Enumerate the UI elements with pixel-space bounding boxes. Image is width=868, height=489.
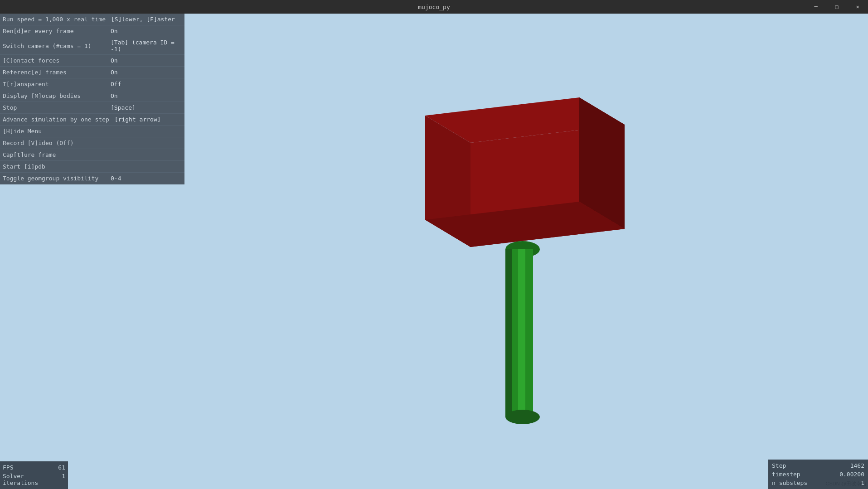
menu-label-12: Start [i]pdb — [0, 161, 108, 172]
timestep-value: 0.00200 — [839, 471, 864, 478]
menu-value-10 — [108, 141, 184, 145]
menu-row-2[interactable]: Switch camera (#cams = 1)[Tab] (camera I… — [0, 37, 184, 55]
menu-value-3: On — [108, 55, 184, 66]
menu-row-0[interactable]: Run speed = 1,000 x real time[S]lower, [… — [0, 14, 184, 25]
minimize-button[interactable]: ─ — [805, 0, 826, 14]
fps-row: FPS 61 — [0, 463, 68, 472]
menu-value-11 — [108, 153, 184, 157]
substeps-row: n_substeps 1 — [768, 479, 868, 487]
close-button[interactable]: ✕ — [847, 0, 868, 14]
menu-panel: Run speed = 1,000 x real time[S]lower, [… — [0, 14, 184, 184]
fps-value: 61 — [58, 464, 65, 471]
menu-value-7: [Space] — [108, 102, 184, 113]
menu-value-6: On — [108, 91, 184, 101]
solver-row: Solver iterations 1 — [0, 472, 68, 487]
menu-row-6[interactable]: Display [M]ocap bodiesOn — [0, 90, 184, 102]
menu-value-12 — [108, 165, 184, 169]
menu-label-0: Run speed = 1,000 x real time — [0, 14, 108, 24]
menu-row-12[interactable]: Start [i]pdb — [0, 161, 184, 173]
fps-label: FPS — [3, 464, 13, 471]
timestep-row: timestep 0.00200 — [768, 470, 868, 479]
window-controls: ─ □ ✕ — [805, 0, 868, 14]
menu-value-2: [Tab] (camera ID = -1) — [108, 37, 184, 54]
menu-row-1[interactable]: Ren[d]er every frameOn — [0, 25, 184, 37]
step-row: Step 1462 — [768, 461, 868, 470]
solver-value: 1 — [62, 473, 65, 486]
menu-row-11[interactable]: Cap[t]ure frame — [0, 149, 184, 161]
restore-button[interactable]: □ — [826, 0, 847, 14]
menu-row-7[interactable]: Stop[Space] — [0, 102, 184, 114]
step-label: Step — [772, 462, 786, 469]
menu-row-5[interactable]: T[r]ansparentOff — [0, 78, 184, 90]
titlebar: mujoco_py ─ □ ✕ — [0, 0, 868, 14]
menu-label-11: Cap[t]ure frame — [0, 150, 108, 160]
step-value: 1462 — [850, 462, 864, 469]
handle-highlight — [518, 249, 525, 417]
menu-label-3: [C]ontact forces — [0, 55, 108, 66]
menu-value-8: [right arrow] — [112, 114, 184, 125]
menu-label-5: T[r]ansparent — [0, 79, 108, 89]
hammer-object — [181, 36, 868, 480]
menu-label-7: Stop — [0, 102, 108, 113]
menu-label-2: Switch camera (#cams = 1) — [0, 41, 108, 51]
menu-label-10: Record [V]ideo (Off) — [0, 138, 108, 148]
stats-panel: FPS 61 Solver iterations 1 — [0, 461, 68, 489]
menu-row-10[interactable]: Record [V]ideo (Off) — [0, 137, 184, 149]
menu-label-1: Ren[d]er every frame — [0, 26, 108, 36]
timestep-label: timestep — [772, 471, 800, 478]
menu-row-3[interactable]: [C]ontact forcesOn — [0, 55, 184, 67]
menu-value-5: Off — [108, 79, 184, 89]
menu-row-9[interactable]: [H]ide Menu — [0, 126, 184, 137]
handle-bottom-ellipse — [505, 410, 540, 424]
menu-label-8: Advance simulation by one step — [0, 114, 112, 125]
menu-value-0: [S]lower, [F]aster — [108, 14, 184, 24]
menu-value-1: On — [108, 26, 184, 36]
window-title: mujoco_py — [418, 4, 450, 10]
menu-label-6: Display [M]ocap bodies — [0, 91, 108, 101]
substeps-value: 1 — [861, 479, 864, 486]
menu-value-13: 0-4 — [108, 173, 184, 184]
menu-row-8[interactable]: Advance simulation by one step[right arr… — [0, 114, 184, 126]
hammer-svg — [389, 88, 661, 428]
menu-value-4: On — [108, 67, 184, 77]
menu-label-9: [H]ide Menu — [0, 126, 108, 136]
menu-row-4[interactable]: Referenc[e] framesOn — [0, 67, 184, 78]
menu-label-13: Toggle geomgroup visibility — [0, 173, 108, 184]
menu-value-9 — [108, 130, 184, 133]
substeps-label: n_substeps — [772, 479, 807, 486]
step-panel: Step 1462 timestep 0.00200 n_substeps 1 — [768, 460, 868, 489]
menu-row-13[interactable]: Toggle geomgroup visibility0-4 — [0, 173, 184, 184]
solver-label: Solver iterations — [3, 473, 62, 486]
menu-label-4: Referenc[e] frames — [0, 67, 108, 77]
